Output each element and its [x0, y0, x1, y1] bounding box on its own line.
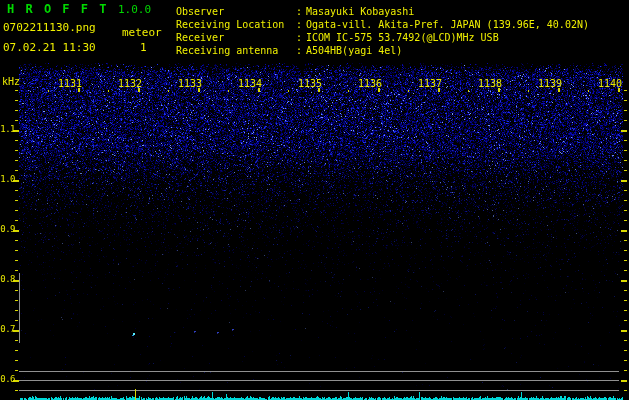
- x-tick-label: 1139: [538, 78, 562, 89]
- meteor-count-value: 1: [140, 42, 147, 54]
- hrofft-window: H R O F F T 1.0.0 0702211130.png meteor …: [0, 0, 629, 400]
- app-version: 1.0.0: [118, 4, 151, 16]
- info-row-location: Receiving Location:Ogata-vill. Akita-Pre…: [176, 19, 589, 32]
- info-value: Masayuki Kobayashi: [306, 6, 414, 17]
- x-tick-label: 1131: [58, 78, 82, 89]
- x-tick-label: 1135: [298, 78, 322, 89]
- info-value: Ogata-vill. Akita-Pref. JAPAN (139.96E, …: [306, 19, 589, 30]
- x-tick-label: 1140: [598, 78, 622, 89]
- y-tick-label: 0.6: [0, 374, 15, 384]
- y-tick-label: 1.0: [0, 174, 15, 184]
- x-tick-label: 1132: [118, 78, 142, 89]
- x-tick-label: 1137: [418, 78, 442, 89]
- x-tick-label: 1136: [358, 78, 382, 89]
- x-tick-label: 1138: [478, 78, 502, 89]
- station-info: Observer:Masayuki Kobayashi Receiving Lo…: [176, 6, 589, 58]
- y-tick-label: 1.1: [0, 124, 15, 134]
- x-tick-label: 1134: [238, 78, 262, 89]
- spectrogram-canvas: [0, 0, 629, 400]
- info-value: ICOM IC-575 53.7492(@LCD)MHz USB: [306, 32, 499, 43]
- mode-label: meteor: [122, 27, 162, 39]
- info-label: Observer: [176, 6, 296, 17]
- info-row-antenna: Receiving antenna:A504HB(yagi 4el): [176, 45, 589, 58]
- info-colon: :: [296, 32, 306, 43]
- info-colon: :: [296, 6, 306, 17]
- info-row-observer: Observer:Masayuki Kobayashi: [176, 6, 589, 19]
- info-label: Receiver: [176, 32, 296, 43]
- date-time: 07.02.21 11:30: [3, 42, 96, 54]
- y-tick-label: 0.9: [0, 224, 15, 234]
- y-tick-label: 0.8: [0, 274, 15, 284]
- app-title: H R O F F T: [7, 3, 108, 16]
- output-filename: 0702211130.png: [3, 22, 96, 34]
- info-colon: :: [296, 45, 306, 56]
- info-colon: :: [296, 19, 306, 30]
- info-label: Receiving antenna: [176, 45, 296, 56]
- info-label: Receiving Location: [176, 19, 296, 30]
- y-tick-label: 0.7: [0, 324, 15, 334]
- info-row-receiver: Receiver:ICOM IC-575 53.7492(@LCD)MHz US…: [176, 32, 589, 45]
- x-tick-label: 1133: [178, 78, 202, 89]
- y-axis-unit-label: kHz: [2, 76, 20, 87]
- info-value: A504HB(yagi 4el): [306, 45, 402, 56]
